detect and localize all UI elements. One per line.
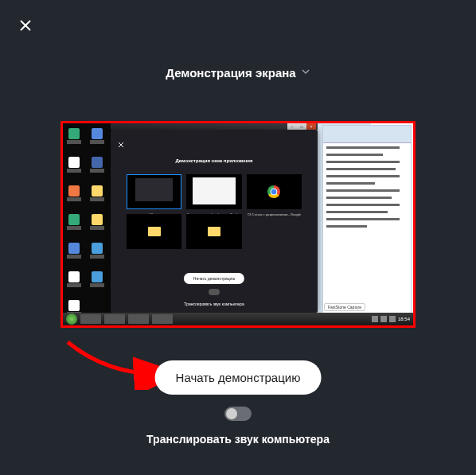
thumb-chrome: ТЗ Статьи с разрешениями - Google Док...: [247, 174, 302, 209]
broadcast-audio-toggle[interactable]: [224, 407, 252, 421]
inner-close-icon: [117, 141, 125, 149]
inner-start-button: Начать демонстрацию: [184, 273, 244, 284]
taskbar: 18:54: [63, 313, 413, 325]
inner-broadcast-label: Транслировать звук компьютера: [111, 302, 318, 306]
minimize-icon: –: [287, 123, 297, 130]
start-demonstration-button[interactable]: Начать демонстрацию: [155, 360, 322, 395]
start-orb-icon: [66, 313, 77, 325]
window-close-icon: ×: [306, 123, 316, 130]
window-buttons: – □ ×: [287, 123, 316, 130]
broadcast-audio-label: Транслировать звук компьютера: [0, 433, 476, 446]
header: Демонстрация экрана: [0, 65, 476, 80]
toggle-knob: [226, 408, 237, 419]
maximize-icon: □: [297, 123, 306, 130]
thumb-doc: Как показать рабочий стол в Скайпе: [186, 174, 241, 209]
thumb-folder-2: [186, 214, 241, 249]
close-icon: [19, 19, 32, 32]
header-title: Демонстрация экрана: [166, 66, 295, 80]
desktop-icons: [66, 128, 107, 321]
inner-skype-dialog: Демонстрация окна приложения Skype Как п…: [111, 130, 318, 313]
thumb-folder-1: [127, 214, 181, 249]
fastone-capture-badge: FastStone Capture: [324, 303, 365, 311]
screen-preview[interactable]: – □ × Демонстрация окна приложения Skype…: [63, 123, 413, 325]
clock: 18:54: [398, 317, 410, 321]
chevron-down-icon[interactable]: [301, 65, 310, 80]
screen-preview-highlight: – □ × Демонстрация окна приложения Skype…: [60, 121, 416, 328]
word-window: [322, 125, 412, 316]
inner-thumbnail-grid: Skype Как показать рабочий стол в Скайпе…: [127, 174, 302, 249]
inner-dialog-title: Демонстрация окна приложения: [111, 158, 318, 163]
close-button[interactable]: [16, 16, 35, 35]
inner-toggle: [209, 289, 220, 295]
thumb-skype: Skype: [127, 174, 181, 209]
window-titlebar: [111, 123, 318, 130]
